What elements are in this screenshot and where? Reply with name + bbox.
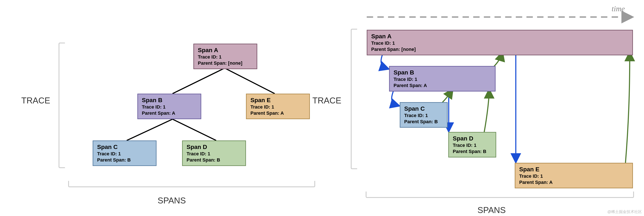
span-d-title: Span D [186, 143, 242, 151]
span-a-title: Span A [198, 46, 253, 54]
spans-bracket-left [68, 181, 315, 187]
tl-d-trace: Trace ID: 1 [453, 142, 492, 149]
span-e-title: Span E [250, 96, 306, 104]
timeline-span-c: Span C Trace ID: 1 Parent Span: B [400, 102, 448, 128]
tl-a-parent: Parent Span: [none] [371, 46, 628, 52]
spans-label-left: SPANS [158, 196, 186, 205]
tree-panel: TRACE Span A Trace ID: 1 Parent Span: [n… [8, 4, 314, 212]
svg-line-1 [225, 68, 275, 94]
tl-d-title: Span D [453, 135, 492, 142]
tl-b-trace: Trace ID: 1 [394, 76, 491, 83]
tl-a-trace: Trace ID: 1 [371, 40, 628, 46]
tree-node-span-b: Span B Trace ID: 1 Parent Span: A [137, 94, 201, 119]
spans-bracket-right [366, 192, 634, 198]
span-a-parent: Parent Span: [none] [198, 60, 253, 66]
svg-line-2 [127, 119, 172, 140]
trace-bracket-right [351, 29, 357, 169]
trace-label-right: TRACE [312, 96, 342, 105]
tl-b-title: Span B [394, 69, 491, 76]
span-b-parent: Parent Span: A [142, 110, 197, 116]
tl-c-title: Span C [404, 105, 443, 113]
watermark: @稀土掘金技术社区 [607, 209, 642, 214]
trace-bracket-left [58, 42, 65, 168]
tl-e-title: Span E [519, 166, 628, 173]
timeline-panel: time [330, 4, 636, 212]
span-e-trace: Trace ID: 1 [250, 104, 306, 110]
span-d-parent: Parent Span: B [186, 157, 242, 163]
span-b-title: Span B [142, 96, 197, 104]
svg-line-0 [172, 68, 225, 94]
tl-e-trace: Trace ID: 1 [519, 173, 628, 179]
timeline-span-b: Span B Trace ID: 1 Parent Span: A [389, 66, 496, 91]
tree-node-span-d: Span D Trace ID: 1 Parent Span: B [182, 140, 246, 166]
span-e-parent: Parent Span: A [250, 110, 306, 116]
tree-node-span-c: Span C Trace ID: 1 Parent Span: B [93, 140, 156, 166]
span-a-trace: Trace ID: 1 [198, 54, 253, 60]
span-d-trace: Trace ID: 1 [186, 151, 242, 157]
tl-b-parent: Parent Span: A [394, 83, 491, 89]
tl-e-parent: Parent Span: A [519, 179, 628, 186]
span-b-trace: Trace ID: 1 [142, 104, 197, 110]
tree-node-span-e: Span E Trace ID: 1 Parent Span: A [246, 94, 310, 119]
spans-label-right: SPANS [478, 205, 506, 215]
tl-c-parent: Parent Span: B [404, 119, 443, 125]
tree-node-span-a: Span A Trace ID: 1 Parent Span: [none] [193, 44, 257, 69]
time-label: time [612, 4, 625, 13]
timeline-span-e: Span E Trace ID: 1 Parent Span: A [515, 163, 633, 188]
span-c-trace: Trace ID: 1 [97, 151, 152, 157]
svg-line-3 [172, 119, 216, 140]
timeline-span-d: Span D Trace ID: 1 Parent Span: B [448, 132, 496, 158]
timeline-span-a: Span A Trace ID: 1 Parent Span: [none] [367, 30, 633, 55]
tl-a-title: Span A [371, 32, 628, 40]
tl-c-trace: Trace ID: 1 [404, 113, 443, 119]
diagram-container: TRACE Span A Trace ID: 1 Parent Span: [n… [0, 0, 644, 216]
trace-label-left: TRACE [21, 96, 50, 105]
tl-d-parent: Parent Span: B [453, 149, 492, 155]
span-c-parent: Parent Span: B [97, 157, 152, 163]
span-c-title: Span C [97, 143, 152, 151]
